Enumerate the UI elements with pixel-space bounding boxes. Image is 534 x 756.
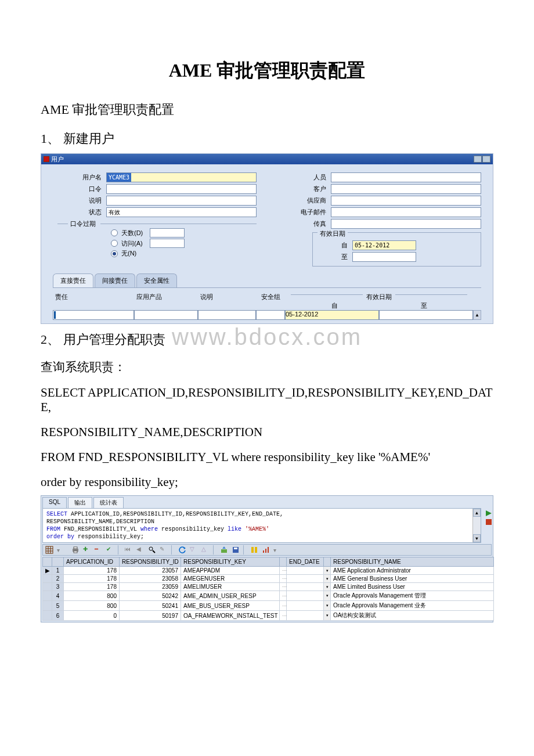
hdr-resp-key[interactable]: RESPONSIBILITY_KEY: [181, 557, 280, 567]
hdr-app-id[interactable]: APPLICATION_ID: [64, 557, 120, 567]
sql-result-panel: SQL 输出 统计表 SELECT APPLICATION_ID,RESPONS…: [41, 495, 493, 622]
add-icon[interactable]: ✚: [83, 546, 91, 554]
hdr-resp-id[interactable]: RESPONSIBILITY_ID: [120, 557, 181, 567]
result-grid: APPLICATION_ID RESPONSIBILITY_ID RESPONS…: [42, 557, 494, 621]
nav-up-icon[interactable]: △: [201, 546, 210, 554]
grid-row-1[interactable]: 05-12-2012 ▲: [53, 310, 481, 320]
find-icon[interactable]: [148, 546, 156, 554]
cell-end-date: [287, 567, 324, 575]
desc-input[interactable]: [106, 196, 257, 206]
tab-direct[interactable]: 直接责任: [53, 273, 93, 287]
sql-tab-stats[interactable]: 统计表: [93, 497, 124, 508]
status-label: 状态: [53, 208, 106, 217]
grid-icon[interactable]: [45, 546, 53, 554]
radio-days[interactable]: 天数(D): [111, 228, 257, 237]
stop-icon[interactable]: [485, 518, 492, 525]
status-input[interactable]: 有效: [106, 207, 257, 217]
first-icon[interactable]: ⏮: [125, 546, 133, 554]
maximize-icon[interactable]: [482, 156, 490, 163]
svg-rect-21: [268, 547, 269, 553]
tab-security[interactable]: 安全属性: [136, 273, 177, 287]
email-input[interactable]: [331, 207, 481, 217]
cell-resp-id: 50241: [120, 601, 181, 611]
sql-scrollbar[interactable]: ▲▼: [472, 509, 481, 542]
cell-dropdown-icon[interactable]: ▾: [324, 601, 331, 611]
supplier-input[interactable]: [331, 196, 481, 206]
cols-icon[interactable]: [250, 546, 258, 554]
sql-line2: RESPONSIBILITY_NAME,DESCRIPTION: [41, 425, 493, 440]
days-input[interactable]: [150, 228, 185, 237]
row-cursor: [43, 575, 52, 583]
radio-none[interactable]: 无(N): [111, 249, 257, 258]
cell-resp-name: AME General Business User: [331, 575, 494, 583]
cell-resp-name: Oracle Approvals Management 业务: [331, 601, 494, 611]
sql-code-area[interactable]: SELECT APPLICATION_ID,RESPONSIBILITY_ID,…: [42, 508, 481, 543]
table-row[interactable]: 217823058AMEGENUSER⋯▾AME General Busines…: [43, 575, 494, 583]
username-label: 用户名: [53, 173, 106, 182]
svg-rect-18: [255, 547, 257, 553]
cell-more-icon[interactable]: ⋯: [280, 601, 287, 611]
prev-icon[interactable]: ◀: [136, 546, 145, 554]
password-input[interactable]: [106, 184, 257, 194]
svg-rect-20: [265, 549, 266, 553]
row-cursor: [43, 591, 52, 601]
radio-visits[interactable]: 访问(A): [111, 239, 257, 248]
eff-from-input[interactable]: 05-12-2012: [352, 240, 416, 250]
cell-dropdown-icon[interactable]: ▾: [324, 575, 331, 583]
edit-icon[interactable]: ✎: [160, 546, 168, 554]
cell-resp-name: Oracle Approvals Management 管理: [331, 591, 494, 601]
commit-icon[interactable]: ✔: [106, 546, 114, 554]
window-controls: [474, 156, 490, 163]
cell-resp-key: OA_FRAMEWORK_INSTALL_TEST: [181, 611, 280, 621]
cell-more-icon[interactable]: ⋯: [280, 575, 287, 583]
scroll-up-icon[interactable]: ▲: [473, 310, 481, 320]
section-2: 2、 用户管理分配职责: [41, 331, 493, 348]
export-icon[interactable]: [220, 546, 228, 554]
sql-tab-sql[interactable]: SQL: [42, 497, 67, 508]
cell-resp-key: AMEGENUSER: [181, 575, 280, 583]
row-number: 1: [52, 567, 64, 575]
cell-more-icon[interactable]: ⋯: [280, 567, 287, 575]
save-icon[interactable]: [232, 546, 240, 554]
grid-toolbar: ▾ ✚ ━ ✔ ⏮ ◀ ✎ ▽ △ ▾: [42, 544, 492, 556]
cell-dropdown-icon[interactable]: ▾: [324, 567, 331, 575]
col-eff: 有效日期: [363, 293, 395, 300]
eff-to-input[interactable]: [352, 252, 416, 262]
remove-icon[interactable]: ━: [95, 546, 103, 554]
table-row[interactable]: 580050241AME_BUS_USER_RESP⋯▾Oracle Appro…: [43, 601, 494, 611]
person-input[interactable]: [331, 172, 481, 182]
svg-point-10: [149, 547, 153, 550]
print-icon[interactable]: [71, 546, 80, 554]
cell-more-icon[interactable]: ⋯: [280, 583, 287, 591]
cell-more-icon[interactable]: ⋯: [280, 591, 287, 601]
col-app: 应用产品: [134, 293, 198, 310]
table-row[interactable]: 317823059AMELIMUSER⋯▾AME Limited Busines…: [43, 583, 494, 591]
table-row[interactable]: 480050242AME_ADMIN_USER_RESP⋯▾Oracle App…: [43, 591, 494, 601]
cell-resp-id: 23058: [120, 575, 181, 583]
hdr-end-date[interactable]: END_DATE: [287, 557, 324, 567]
cell-more-icon[interactable]: ⋯: [280, 611, 287, 621]
table-row[interactable]: 6050197OA_FRAMEWORK_INSTALL_TEST⋯▾OA结构安装…: [43, 611, 494, 621]
execute-icon[interactable]: [485, 509, 492, 516]
table-row[interactable]: ▶117823057AMEAPPADM⋯▾AME Application Adm…: [43, 567, 494, 575]
visits-input[interactable]: [150, 239, 185, 248]
nav-down-icon[interactable]: ▽: [190, 546, 198, 554]
cell-dropdown-icon[interactable]: ▾: [324, 611, 331, 621]
sql-tab-output[interactable]: 输出: [68, 497, 92, 508]
svg-rect-16: [234, 548, 237, 549]
refresh-icon[interactable]: [178, 546, 186, 554]
cell-dropdown-icon[interactable]: ▾: [324, 583, 331, 591]
tab-indirect[interactable]: 间接责任: [95, 273, 135, 287]
cell-resp-name: OA结构安装测试: [331, 611, 494, 621]
hdr-resp-name[interactable]: RESPONSIBILITY_NAME: [331, 557, 494, 567]
chart-icon[interactable]: [262, 546, 270, 554]
fax-input[interactable]: [331, 219, 481, 229]
cell-dropdown-icon[interactable]: ▾: [324, 591, 331, 601]
customer-input[interactable]: [331, 184, 481, 194]
username-input[interactable]: YCAME3: [106, 172, 257, 182]
supplier-label: 供应商: [277, 196, 331, 205]
cell-resp-name: AME Limited Business User: [331, 583, 494, 591]
svg-rect-13: [221, 549, 227, 553]
col-sec: 安全组: [256, 293, 285, 310]
minimize-icon[interactable]: [474, 156, 482, 163]
